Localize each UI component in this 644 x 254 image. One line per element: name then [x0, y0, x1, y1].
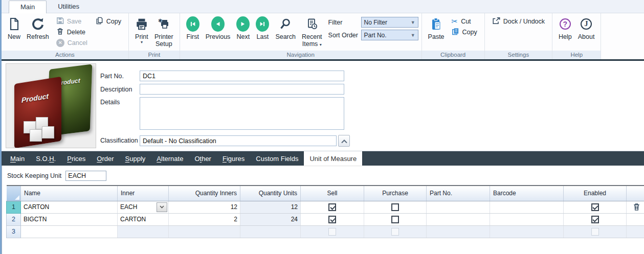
tab-main[interactable]: Main [5, 151, 30, 166]
quantity-units-cell: 24 [240, 213, 301, 225]
recent-items-icon [306, 16, 318, 32]
tab-other[interactable]: Other [189, 151, 217, 166]
delete-row-button[interactable] [629, 203, 643, 211]
save-button[interactable]: Save [54, 16, 90, 27]
inner-cell[interactable]: EACH [118, 201, 169, 213]
table-row: 3 [7, 225, 644, 238]
column-header-purchase[interactable]: Purchase [364, 186, 427, 201]
about-icon: J [581, 18, 592, 30]
column-header-quantity-units[interactable]: Quantity Units [240, 186, 301, 201]
paste-button[interactable]: Paste [426, 15, 447, 51]
filter-dropdown[interactable]: No Filter ▼ [361, 17, 418, 28]
tab-unit-of-measure[interactable]: Unit of Measure [304, 150, 362, 166]
name-cell[interactable] [21, 225, 118, 238]
first-button[interactable]: First [184, 15, 202, 51]
copy-record-button[interactable]: Copy [94, 16, 123, 27]
sell-checkbox[interactable] [328, 203, 336, 211]
group-label-help: Help [552, 51, 601, 59]
refresh-icon [31, 16, 45, 32]
grid-corner-cell[interactable] [7, 186, 21, 201]
help-button[interactable]: ? Help [556, 15, 574, 51]
classification-collapse-button[interactable] [338, 135, 350, 147]
dock-undock-button[interactable]: Dock / Undock [490, 16, 547, 27]
sell-checkbox[interactable] [328, 216, 336, 223]
unit-of-measure-panel: Stock Keeping Unit Name Inner Quantity I… [2, 166, 644, 254]
barcode-cell[interactable] [490, 213, 564, 225]
part-form: Product Product Part No. Description Det… [2, 61, 644, 151]
column-header-inner[interactable]: Inner [118, 186, 169, 201]
next-button[interactable]: Next [234, 15, 252, 51]
sell-checkbox [328, 228, 336, 236]
refresh-button[interactable]: Refresh [24, 15, 52, 51]
ribbon-group-print: Print ▾ ✱ PrinterSetup Print [129, 13, 180, 59]
dock-undock-icon [492, 17, 500, 26]
column-header-quantity-inners[interactable]: Quantity Inners [169, 186, 240, 201]
quantity-units-cell: 12 [240, 201, 301, 213]
cut-button[interactable]: ✂ Cut [450, 16, 479, 27]
inner-cell[interactable]: CARTON [118, 213, 169, 225]
column-header-barcode[interactable]: Barcode [490, 186, 564, 201]
row-header-2[interactable]: 2 [7, 213, 21, 225]
enabled-checkbox [591, 228, 599, 236]
part-no-cell[interactable] [427, 213, 490, 225]
about-button[interactable]: J About [575, 15, 597, 51]
new-button[interactable]: New [5, 15, 23, 51]
tab-alternate[interactable]: Alternate [151, 151, 189, 166]
quantity-inners-cell[interactable]: 12 [169, 201, 240, 213]
ribbon-group-clipboard: Paste ✂ Cut Copy Clipboard [422, 13, 485, 59]
part-no-input[interactable] [140, 71, 344, 81]
sort-order-dropdown[interactable]: Part No. ▼ [361, 30, 418, 40]
ribbon-tab-utilities[interactable]: Utilities [47, 1, 91, 13]
app-window: Main Utilities New Refresh [0, 0, 644, 254]
tab-custom-fields[interactable]: Custom Fields [250, 151, 304, 166]
tab-order[interactable]: Order [91, 151, 119, 166]
row-header-3[interactable]: 3 [7, 225, 21, 238]
details-input[interactable] [140, 97, 344, 130]
enabled-checkbox[interactable] [591, 216, 599, 223]
barcode-cell[interactable] [490, 201, 564, 213]
last-button[interactable]: Last [253, 15, 272, 51]
name-cell[interactable]: BIGCTN [21, 213, 118, 225]
first-icon [186, 16, 199, 32]
group-label-navigation: Navigation [180, 51, 421, 59]
ribbon-tab-main[interactable]: Main [9, 1, 47, 13]
part-no-cell [427, 225, 490, 238]
group-label-settings: Settings [485, 51, 552, 59]
stock-keeping-unit-input[interactable] [65, 171, 106, 181]
paste-icon [430, 16, 442, 32]
printer-setup-button[interactable]: ✱ PrinterSetup [152, 15, 176, 51]
column-header-part-no[interactable]: Part No. [427, 186, 490, 201]
row-header-1[interactable]: 1 [7, 201, 21, 213]
purchase-checkbox[interactable] [391, 216, 399, 223]
previous-button[interactable]: Previous [203, 15, 233, 51]
description-input[interactable] [140, 84, 344, 95]
column-header-sell[interactable]: Sell [301, 186, 364, 201]
copy-button[interactable]: Copy [450, 27, 479, 37]
part-no-cell[interactable] [427, 201, 490, 213]
tab-supply[interactable]: Supply [120, 151, 151, 166]
quantity-inners-cell [169, 225, 240, 238]
enabled-checkbox[interactable] [591, 203, 599, 211]
tab-soh[interactable]: S.O.H. [30, 151, 61, 166]
save-icon [56, 17, 64, 26]
purchase-checkbox[interactable] [391, 203, 399, 211]
search-button[interactable]: Search [273, 15, 298, 51]
name-cell[interactable]: CARTON [21, 201, 118, 213]
tab-prices[interactable]: Prices [61, 151, 91, 166]
quantity-inners-cell[interactable]: 2 [169, 213, 240, 225]
tab-figures[interactable]: Figures [217, 151, 250, 166]
ribbon-group-navigation: First Previous Next [180, 13, 422, 59]
classification-input[interactable] [140, 135, 337, 146]
delete-button[interactable]: Delete [54, 27, 90, 37]
trash-icon [633, 203, 640, 211]
product-image[interactable]: Product Product [6, 63, 96, 148]
print-button[interactable]: Print ▾ [132, 15, 151, 51]
column-header-name[interactable]: Name [21, 186, 118, 201]
quantity-units-cell [240, 225, 301, 238]
copy-icon [96, 17, 103, 26]
inner-dropdown-button[interactable] [157, 202, 167, 212]
copy-blue-icon [452, 28, 459, 37]
recent-items-button[interactable]: RecentItems ▾ [299, 15, 325, 51]
column-header-enabled[interactable]: Enabled [564, 186, 627, 201]
cancel-button[interactable]: ✕ Cancel [54, 37, 90, 48]
